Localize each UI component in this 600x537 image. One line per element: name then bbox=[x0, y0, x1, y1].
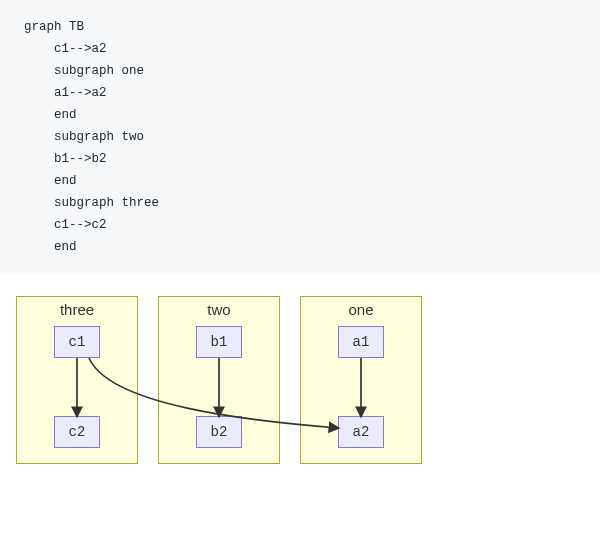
node-c2: c2 bbox=[54, 416, 100, 448]
subgraph-three-title: three bbox=[17, 297, 137, 318]
code-line-0: graph TB bbox=[24, 20, 84, 34]
node-a2: a2 bbox=[338, 416, 384, 448]
code-line-8: subgraph three bbox=[24, 196, 159, 210]
subgraph-one-title: one bbox=[301, 297, 421, 318]
code-line-7: end bbox=[24, 174, 77, 188]
diagram-area: three two one c1 c2 b1 b2 a1 a2 bbox=[0, 296, 600, 486]
code-block: graph TB c1-->a2 subgraph one a1-->a2 en… bbox=[0, 0, 600, 274]
code-line-9: c1-->c2 bbox=[24, 218, 107, 232]
code-line-6: b1-->b2 bbox=[24, 152, 107, 166]
node-a1: a1 bbox=[338, 326, 384, 358]
subgraph-two-title: two bbox=[159, 297, 279, 318]
code-text: graph TB c1-->a2 subgraph one a1-->a2 en… bbox=[24, 16, 584, 258]
code-line-5: subgraph two bbox=[24, 130, 144, 144]
code-line-1: c1-->a2 bbox=[24, 42, 107, 56]
code-line-4: end bbox=[24, 108, 77, 122]
node-b2: b2 bbox=[196, 416, 242, 448]
code-line-2: subgraph one bbox=[24, 64, 144, 78]
node-b1: b1 bbox=[196, 326, 242, 358]
code-line-10: end bbox=[24, 240, 77, 254]
page-root: { "code": { "lines": [ "graph TB", " c1-… bbox=[0, 0, 600, 537]
node-c1: c1 bbox=[54, 326, 100, 358]
code-line-3: a1-->a2 bbox=[24, 86, 107, 100]
